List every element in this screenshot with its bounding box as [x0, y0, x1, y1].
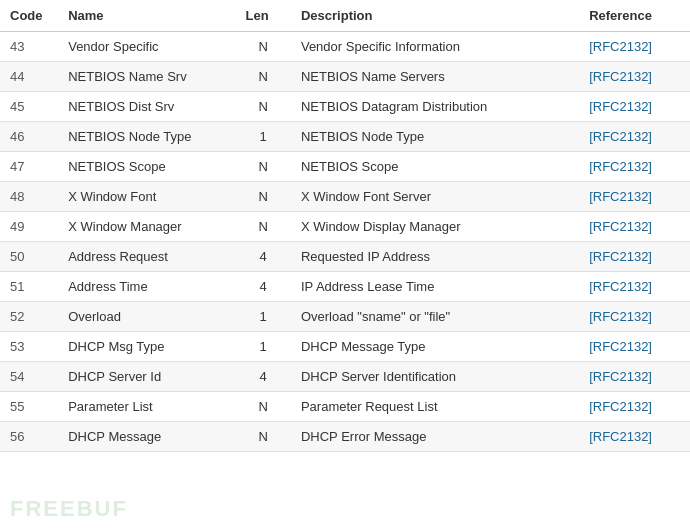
cell-description: Parameter Request List: [291, 392, 579, 422]
cell-name: DHCP Message: [58, 422, 235, 452]
cell-name: Address Time: [58, 272, 235, 302]
cell-name: NETBIOS Dist Srv: [58, 92, 235, 122]
cell-reference[interactable]: [RFC2132]: [579, 62, 690, 92]
table-row: 50Address Request4Requested IP Address[R…: [0, 242, 690, 272]
cell-len: 4: [236, 362, 291, 392]
cell-reference[interactable]: [RFC2132]: [579, 32, 690, 62]
cell-reference[interactable]: [RFC2132]: [579, 122, 690, 152]
rfc-link[interactable]: [RFC2132]: [589, 39, 652, 54]
cell-description: NETBIOS Scope: [291, 152, 579, 182]
table-row: 56DHCP MessageNDHCP Error Message[RFC213…: [0, 422, 690, 452]
rfc-link[interactable]: [RFC2132]: [589, 369, 652, 384]
cell-reference[interactable]: [RFC2132]: [579, 152, 690, 182]
cell-len: N: [236, 392, 291, 422]
cell-code: 43: [0, 32, 58, 62]
cell-name: X Window Manager: [58, 212, 235, 242]
cell-reference[interactable]: [RFC2132]: [579, 332, 690, 362]
cell-description: IP Address Lease Time: [291, 272, 579, 302]
cell-len: N: [236, 212, 291, 242]
table-row: 44NETBIOS Name SrvNNETBIOS Name Servers[…: [0, 62, 690, 92]
cell-name: Vendor Specific: [58, 32, 235, 62]
table-row: 51Address Time4IP Address Lease Time[RFC…: [0, 272, 690, 302]
cell-len: N: [236, 422, 291, 452]
table-row: 53DHCP Msg Type1DHCP Message Type[RFC213…: [0, 332, 690, 362]
rfc-link[interactable]: [RFC2132]: [589, 429, 652, 444]
cell-code: 53: [0, 332, 58, 362]
cell-description: Requested IP Address: [291, 242, 579, 272]
col-description: Description: [291, 0, 579, 32]
rfc-link[interactable]: [RFC2132]: [589, 249, 652, 264]
table-row: 43Vendor SpecificNVendor Specific Inform…: [0, 32, 690, 62]
cell-description: Vendor Specific Information: [291, 32, 579, 62]
cell-code: 45: [0, 92, 58, 122]
cell-reference[interactable]: [RFC2132]: [579, 302, 690, 332]
cell-code: 54: [0, 362, 58, 392]
cell-description: NETBIOS Datagram Distribution: [291, 92, 579, 122]
table-row: 52Overload1Overload "sname" or "file"[RF…: [0, 302, 690, 332]
cell-reference[interactable]: [RFC2132]: [579, 362, 690, 392]
table-row: 48X Window FontNX Window Font Server[RFC…: [0, 182, 690, 212]
cell-len: 4: [236, 242, 291, 272]
cell-len: N: [236, 62, 291, 92]
rfc-link[interactable]: [RFC2132]: [589, 189, 652, 204]
cell-code: 56: [0, 422, 58, 452]
cell-description: NETBIOS Name Servers: [291, 62, 579, 92]
rfc-link[interactable]: [RFC2132]: [589, 129, 652, 144]
cell-reference[interactable]: [RFC2132]: [579, 392, 690, 422]
cell-name: Address Request: [58, 242, 235, 272]
cell-code: 48: [0, 182, 58, 212]
cell-reference[interactable]: [RFC2132]: [579, 212, 690, 242]
table-row: 47NETBIOS ScopeNNETBIOS Scope[RFC2132]: [0, 152, 690, 182]
cell-description: Overload "sname" or "file": [291, 302, 579, 332]
table-row: 55Parameter ListNParameter Request List[…: [0, 392, 690, 422]
rfc-link[interactable]: [RFC2132]: [589, 279, 652, 294]
cell-name: X Window Font: [58, 182, 235, 212]
cell-code: 52: [0, 302, 58, 332]
cell-reference[interactable]: [RFC2132]: [579, 242, 690, 272]
cell-reference[interactable]: [RFC2132]: [579, 182, 690, 212]
cell-len: 1: [236, 332, 291, 362]
rfc-link[interactable]: [RFC2132]: [589, 69, 652, 84]
table-row: 46NETBIOS Node Type1NETBIOS Node Type[RF…: [0, 122, 690, 152]
cell-code: 50: [0, 242, 58, 272]
cell-code: 55: [0, 392, 58, 422]
cell-name: DHCP Msg Type: [58, 332, 235, 362]
cell-description: DHCP Server Identification: [291, 362, 579, 392]
cell-code: 51: [0, 272, 58, 302]
cell-name: Overload: [58, 302, 235, 332]
rfc-link[interactable]: [RFC2132]: [589, 399, 652, 414]
rfc-link[interactable]: [RFC2132]: [589, 219, 652, 234]
cell-description: DHCP Error Message: [291, 422, 579, 452]
cell-code: 46: [0, 122, 58, 152]
col-reference: Reference: [579, 0, 690, 32]
cell-name: NETBIOS Node Type: [58, 122, 235, 152]
cell-code: 44: [0, 62, 58, 92]
cell-name: Parameter List: [58, 392, 235, 422]
cell-len: 1: [236, 302, 291, 332]
rfc-link[interactable]: [RFC2132]: [589, 99, 652, 114]
cell-len: 1: [236, 122, 291, 152]
cell-len: 4: [236, 272, 291, 302]
cell-len: N: [236, 152, 291, 182]
table-row: 49X Window ManagerNX Window Display Mana…: [0, 212, 690, 242]
cell-reference[interactable]: [RFC2132]: [579, 422, 690, 452]
cell-len: N: [236, 92, 291, 122]
col-len: Len: [236, 0, 291, 32]
cell-name: DHCP Server Id: [58, 362, 235, 392]
cell-description: DHCP Message Type: [291, 332, 579, 362]
cell-len: N: [236, 32, 291, 62]
col-code: Code: [0, 0, 58, 32]
cell-code: 47: [0, 152, 58, 182]
cell-description: X Window Display Manager: [291, 212, 579, 242]
cell-reference[interactable]: [RFC2132]: [579, 272, 690, 302]
cell-len: N: [236, 182, 291, 212]
rfc-link[interactable]: [RFC2132]: [589, 309, 652, 324]
col-name: Name: [58, 0, 235, 32]
rfc-link[interactable]: [RFC2132]: [589, 159, 652, 174]
rfc-link[interactable]: [RFC2132]: [589, 339, 652, 354]
cell-code: 49: [0, 212, 58, 242]
table-row: 54DHCP Server Id4DHCP Server Identificat…: [0, 362, 690, 392]
cell-reference[interactable]: [RFC2132]: [579, 92, 690, 122]
table-row: 45NETBIOS Dist SrvNNETBIOS Datagram Dist…: [0, 92, 690, 122]
table-header: Code Name Len Description Reference: [0, 0, 690, 32]
